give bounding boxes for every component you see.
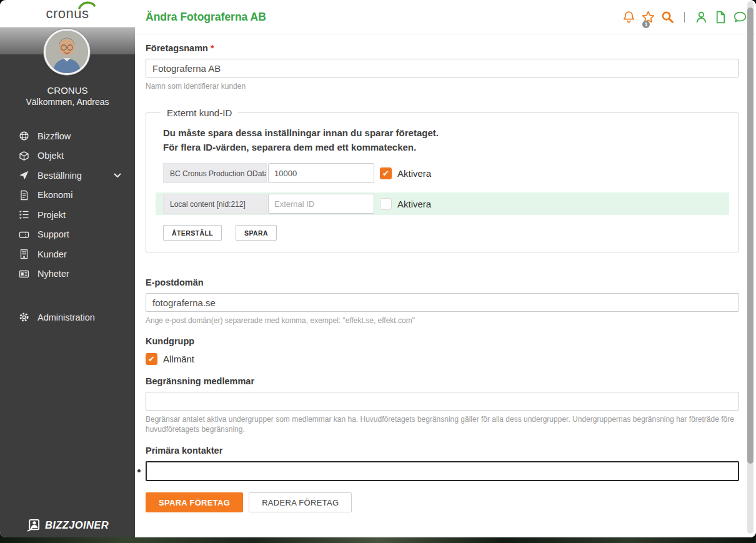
sidebar-nav: Bizzflow Objekt Beställning <box>0 126 135 284</box>
sidebar-item-kunder[interactable]: Kunder <box>0 244 135 264</box>
external-system-label: BC Cronus Production OData V4 <box>163 163 267 183</box>
external-id-input[interactable] <box>268 194 374 214</box>
sidebar-item-ekonomi[interactable]: Ekonomi <box>0 186 135 206</box>
invoice-icon <box>19 190 29 201</box>
primary-contacts-wrap <box>146 461 750 481</box>
email-domain-label: E-postdomän <box>146 277 750 287</box>
main-area: Ändra Fotograferna AB 1 <box>135 0 756 537</box>
bell-icon[interactable] <box>622 10 636 24</box>
chevron-down-icon[interactable] <box>114 173 121 178</box>
sidebar-item-bestallning[interactable]: Beställning <box>0 166 135 186</box>
logo-area: cronus <box>0 0 135 27</box>
sidebar: cronus CRONUS Välkommen, Andre <box>0 0 135 537</box>
bizzjoiner-icon <box>26 518 41 532</box>
company-name-input[interactable] <box>146 59 739 77</box>
email-domain-input[interactable] <box>146 293 739 312</box>
aktivera-checkbox[interactable] <box>380 198 392 210</box>
sidebar-item-label: Projekt <box>37 210 66 220</box>
delete-company-button[interactable]: RADERA FÖRETAG <box>249 492 352 512</box>
aktivera-checkbox[interactable] <box>380 167 392 179</box>
user-welcome: Välkommen, Andreas <box>0 96 135 108</box>
sidebar-item-objekt[interactable]: Objekt <box>0 146 135 166</box>
sidebar-item-support[interactable]: Support <box>0 225 135 245</box>
sidebar-item-label: Kunder <box>37 249 67 259</box>
save-company-button[interactable]: SPARA FÖRETAG <box>146 492 243 512</box>
email-domain-help: Ange e-post domän(er) separerade med kom… <box>146 316 739 326</box>
sidebar-item-projekt[interactable]: Projekt <box>0 205 135 225</box>
user-org: CRONUS <box>0 84 135 96</box>
building-icon <box>19 249 29 259</box>
sidebar-item-label: Support <box>37 229 69 239</box>
globe-icon <box>19 131 29 141</box>
ticket-icon <box>19 229 29 240</box>
allmant-label: Allmänt <box>163 354 194 364</box>
search-icon[interactable] <box>660 10 675 24</box>
sidebar-item-nyheter[interactable]: Nyheter <box>0 264 135 284</box>
primary-contacts-label: Primära kontakter <box>146 446 750 456</box>
sidebar-item-label: Administration <box>37 312 95 322</box>
sidebar-item-label: Bizzflow <box>37 131 71 141</box>
sidebar-nav-admin: Administration <box>0 307 135 327</box>
scrollbar-thumb[interactable] <box>747 7 754 464</box>
edit-company-form: Företagsnamn * Namn som identifierar kun… <box>135 43 750 531</box>
company-name-label-text: Företagsnamn <box>146 43 208 53</box>
external-id-buttons: ÅTERSTÄLL SPARA <box>163 225 729 241</box>
chat-icon[interactable] <box>733 10 747 24</box>
allmant-checkbox[interactable] <box>146 353 157 365</box>
external-id-row-highlighted: Local content [nid:212] Aktivera <box>156 192 729 215</box>
app-window: cronus CRONUS Välkommen, Andre <box>0 0 756 537</box>
3d-object-icon <box>19 151 29 161</box>
external-id-note-line2: För flera ID-värden, separera dem med et… <box>163 141 729 155</box>
gear-icon <box>19 312 29 322</box>
document-icon[interactable] <box>714 10 728 24</box>
sidebar-item-bizzflow[interactable]: Bizzflow <box>0 126 135 146</box>
favorites-badge: 1 <box>642 21 650 28</box>
external-customer-id-fieldset: Externt kund-ID Du måste spara dessa ins… <box>146 107 739 252</box>
reset-button[interactable]: ÅTERSTÄLL <box>163 225 222 241</box>
aktivera-label: Aktivera <box>397 199 431 209</box>
external-id-note: Du måste spara dessa inställningar innan… <box>163 126 729 154</box>
page-title: Ändra Fotograferna AB <box>146 11 266 24</box>
user-block: CRONUS Välkommen, Andreas <box>0 84 135 108</box>
form-action-buttons: SPARA FÖRETAG RADERA FÖRETAG <box>146 492 750 531</box>
save-settings-button[interactable]: SPARA <box>236 225 277 241</box>
required-asterisk: * <box>211 43 214 53</box>
cronus-logo[interactable]: cronus <box>46 6 89 22</box>
customer-group-option: Allmänt <box>146 353 750 365</box>
task-list-icon <box>19 209 29 220</box>
sidebar-item-label: Beställning <box>37 171 82 181</box>
member-limit-label: Begränsning medlemmar <box>146 376 750 386</box>
aktivera-label: Aktivera <box>397 168 431 179</box>
external-id-input[interactable] <box>268 163 374 183</box>
member-limit-help: Begränsar antalet aktiva undergrupper so… <box>146 414 739 434</box>
favorites-star-icon[interactable]: 1 <box>641 10 655 24</box>
avatar-photo <box>46 31 88 73</box>
user-profile-icon[interactable] <box>694 10 709 24</box>
sidebar-item-label: Ekonomi <box>37 190 72 200</box>
header-icons: 1 <box>622 10 747 24</box>
external-id-note-line1: Du måste spara dessa inställningar innan… <box>163 126 729 141</box>
external-customer-id-legend: Externt kund-ID <box>161 107 238 118</box>
company-name-label: Företagsnamn * <box>146 43 750 53</box>
customer-group-label: Kundgrupp <box>146 336 750 346</box>
sidebar-item-label: Objekt <box>37 151 64 161</box>
sidebar-item-label: Nyheter <box>37 269 69 279</box>
bullet-dot <box>137 469 141 472</box>
primary-contacts-input[interactable] <box>146 461 739 481</box>
member-limit-input[interactable] <box>146 392 739 411</box>
icon-separator <box>684 12 685 22</box>
bizzjoiner-text: BIZZJOINER <box>45 519 109 531</box>
send-icon <box>19 170 29 181</box>
newspaper-icon <box>19 269 29 279</box>
user-avatar[interactable] <box>44 29 90 75</box>
external-system-label: Local content [nid:212] <box>163 194 267 214</box>
cronus-swoosh-icon <box>78 0 96 11</box>
bizzjoiner-logo: BIZZJOINER <box>0 518 135 532</box>
external-id-row: BC Cronus Production OData V4 Aktivera <box>156 163 729 183</box>
company-name-help: Namn som identifierar kunden <box>146 81 739 91</box>
sidebar-item-administration[interactable]: Administration <box>0 307 135 327</box>
main-header: Ändra Fotograferna AB 1 <box>135 0 756 34</box>
